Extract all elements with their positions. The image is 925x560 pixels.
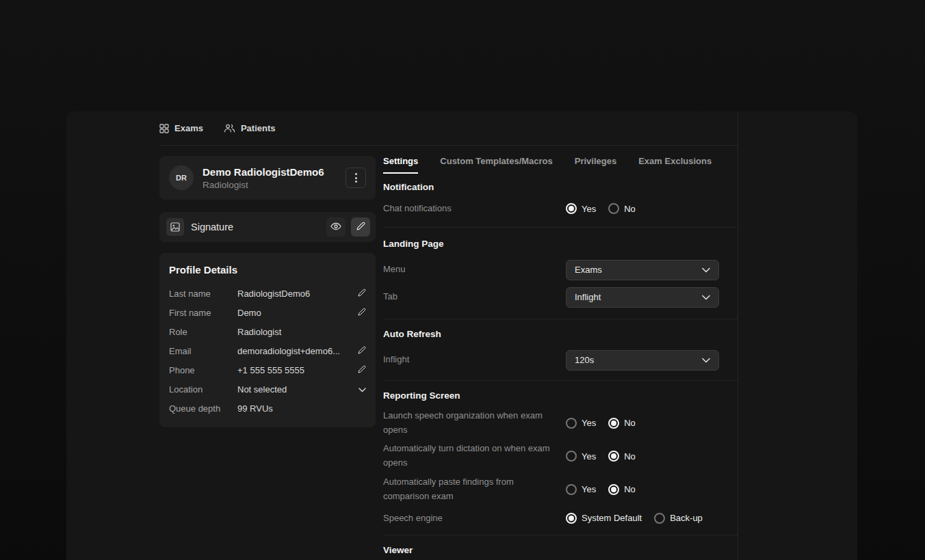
select-value: Exams	[575, 265, 602, 275]
nav-item-exams[interactable]: Exams	[159, 123, 203, 133]
setting-label: Inflight	[383, 353, 558, 367]
speech-engine-radio-group: System Default Back-up	[566, 513, 715, 524]
profile-details-title: Profile Details	[169, 264, 366, 276]
radio-icon	[566, 203, 577, 214]
detail-row-last-name: Last name RadiologistDemo6	[169, 284, 366, 303]
edit-last-name-button[interactable]	[354, 287, 366, 299]
detail-row-location: Location Not selected	[169, 379, 366, 399]
tab-custom-templates-macros[interactable]: Custom Templates/Macros	[440, 156, 552, 174]
radio-icon	[566, 513, 577, 524]
view-signature-button[interactable]	[326, 217, 346, 237]
menu-select[interactable]: Exams	[566, 260, 719, 280]
section-title: Auto Refresh	[383, 329, 738, 339]
radio-option-system-default[interactable]: System Default	[566, 513, 642, 524]
radio-label: No	[624, 451, 636, 462]
edit-phone-button[interactable]	[354, 364, 366, 376]
detail-label: First name	[169, 308, 237, 318]
inflight-select-wrap: 120s	[566, 350, 719, 371]
auto-paste-findings-row: Automatically paste findings from compar…	[383, 475, 738, 504]
edit-first-name-button[interactable]	[354, 306, 366, 319]
section-auto-refresh: Auto Refresh Inflight 120s	[383, 319, 738, 381]
radio-option-no[interactable]: No	[608, 418, 636, 429]
profile-role: Radiologist	[203, 180, 324, 190]
right-column: Settings Custom Templates/Macros Privile…	[383, 156, 738, 555]
profile-name: Demo RadiologistDemo6	[203, 166, 324, 178]
speech-engine-row: Speech engine System Default Back-up	[383, 511, 738, 526]
content-area: DR Demo RadiologistDemo6 Radiologist	[159, 146, 857, 555]
chevron-down-icon	[702, 295, 710, 300]
setting-label: Automatically turn dictation on when exa…	[383, 442, 558, 470]
launch-speech-row: Launch speech organization when exam ope…	[383, 409, 738, 438]
detail-value: 99 RVUs	[237, 403, 354, 414]
profile-details-card: Profile Details Last name RadiologistDem…	[159, 253, 376, 427]
radio-icon	[608, 484, 619, 495]
section-landing-page: Landing Page Menu Exams Tab Inflight	[383, 228, 738, 319]
nav-item-label: Exams	[174, 123, 203, 133]
radio-option-yes[interactable]: Yes	[566, 418, 596, 429]
exams-grid-icon	[159, 124, 169, 133]
edit-signature-button[interactable]	[351, 217, 370, 237]
detail-value: +1 555 555 5555	[237, 365, 354, 375]
kebab-icon	[355, 173, 357, 175]
setting-label: Launch speech organization when exam ope…	[383, 409, 558, 438]
chevron-down-icon	[702, 267, 710, 273]
patients-people-icon	[224, 124, 235, 133]
detail-label: Location	[169, 384, 237, 395]
radio-option-no[interactable]: No	[608, 203, 636, 214]
radio-option-yes[interactable]: Yes	[566, 484, 596, 495]
signature-label: Signature	[191, 222, 233, 232]
radio-option-no[interactable]: No	[608, 484, 636, 495]
profile-menu-button[interactable]	[346, 168, 366, 188]
detail-value: Demo	[237, 308, 354, 318]
detail-row-phone: Phone +1 555 555 5555	[169, 360, 366, 379]
launch-speech-radio-group: Yes No	[566, 418, 648, 429]
location-dropdown-toggle[interactable]	[354, 383, 366, 395]
radio-icon	[608, 418, 619, 429]
detail-label: Phone	[169, 365, 237, 375]
tab-select[interactable]: Inflight	[566, 287, 719, 308]
tab-settings[interactable]: Settings	[383, 156, 418, 174]
menu-row: Menu Exams	[383, 260, 738, 280]
detail-label: Role	[169, 327, 237, 337]
section-title: Notification	[383, 182, 738, 192]
detail-value: RadiologistDemo6	[237, 289, 354, 299]
nav-item-patients[interactable]: Patients	[224, 123, 276, 133]
setting-label: Tab	[383, 290, 558, 304]
inflight-refresh-select[interactable]: 120s	[566, 350, 719, 371]
pencil-icon	[358, 306, 366, 319]
radio-label: Yes	[582, 418, 596, 428]
radio-icon	[608, 203, 619, 214]
radio-option-yes[interactable]: Yes	[566, 203, 596, 214]
detail-label: Last name	[169, 289, 237, 299]
auto-paste-radio-group: Yes No	[566, 484, 648, 495]
radio-label: No	[624, 418, 636, 428]
detail-value: Not selected	[237, 384, 354, 395]
pencil-icon	[358, 364, 366, 376]
eye-icon	[330, 221, 341, 233]
main-panel: Exams Patients DR Demo RadiologistDemo6	[66, 111, 857, 560]
radio-option-back-up[interactable]: Back-up	[654, 513, 703, 524]
tab-privileges[interactable]: Privileges	[575, 156, 616, 174]
detail-row-email: Email demoradiologist+demo6...	[169, 341, 366, 360]
detail-row-role: Role Radiologist	[169, 322, 366, 341]
auto-dictation-row: Automatically turn dictation on when exa…	[383, 442, 738, 470]
radio-option-yes[interactable]: Yes	[566, 451, 596, 462]
profile-info: Demo RadiologistDemo6 Radiologist	[203, 166, 324, 190]
section-title: Viewer	[383, 545, 738, 555]
pencil-icon	[358, 345, 366, 357]
chat-notifications-radio-group: Yes No	[566, 203, 648, 214]
chevron-down-icon	[359, 383, 366, 395]
select-value: Inflight	[575, 292, 601, 302]
section-title: Landing Page	[383, 239, 738, 249]
radio-label: System Default	[582, 513, 642, 523]
tab-exam-exclusions[interactable]: Exam Exclusions	[638, 156, 712, 174]
edit-email-button[interactable]	[354, 345, 366, 357]
section-viewer: Viewer	[383, 535, 738, 555]
settings-tabs: Settings Custom Templates/Macros Privile…	[383, 156, 738, 174]
chat-notifications-row: Chat notifications Yes No	[383, 202, 738, 216]
setting-label: Menu	[383, 263, 558, 277]
kebab-icon	[355, 177, 357, 179]
radio-option-no[interactable]: No	[608, 451, 636, 462]
detail-row-first-name: First name Demo	[169, 303, 366, 322]
radio-icon	[566, 484, 577, 495]
